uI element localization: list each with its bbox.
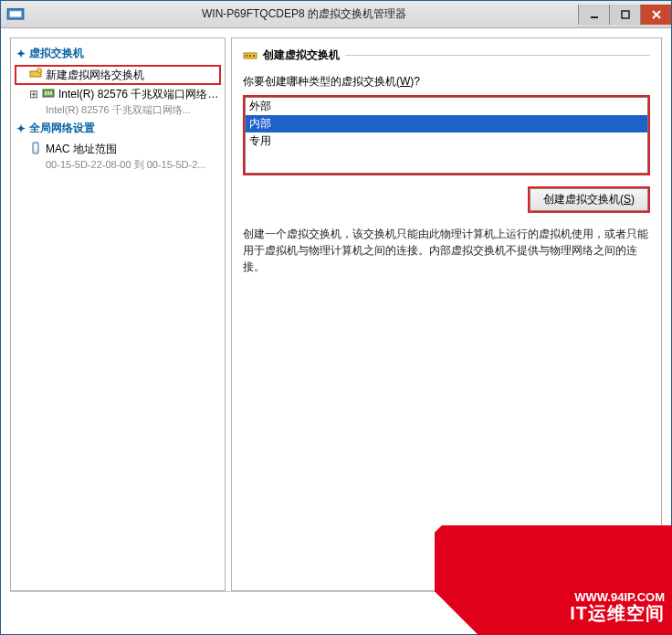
client-area: ✦ 虚拟交换机 新建虚拟网络交换机 ⊞ Intel(R) 82576 千兆双端口…: [1, 28, 671, 591]
tree-nic-subtext: Intel(R) 82576 千兆双端口网络...: [15, 103, 221, 117]
app-icon: [6, 5, 25, 24]
collapse-icon: ✦: [16, 122, 26, 135]
minimize-button[interactable]: [578, 5, 609, 25]
window-title: WIN-P69FTQCDEP8 的虚拟交换机管理器: [30, 6, 578, 22]
left-tree-panel: ✦ 虚拟交换机 新建虚拟网络交换机 ⊞ Intel(R) 82576 千兆双端口…: [10, 37, 226, 591]
group-title-text: 创建虚拟交换机: [263, 48, 340, 63]
option-external[interactable]: 外部: [246, 98, 647, 115]
expand-icon[interactable]: ⊞: [29, 87, 38, 101]
option-private[interactable]: 专用: [246, 132, 647, 150]
close-button[interactable]: [640, 5, 671, 25]
svg-rect-15: [246, 55, 247, 57]
tree-new-virtual-switch[interactable]: 新建虚拟网络交换机: [15, 65, 221, 85]
create-action-row: 创建虚拟交换机(S): [243, 186, 650, 213]
ok-button[interactable]: 确定(O): [507, 602, 578, 625]
type-listbox-highlight: 外部 内部 专用: [243, 95, 650, 175]
collapse-icon: ✦: [16, 48, 26, 60]
group-header: 创建虚拟交换机: [243, 48, 650, 63]
titlebar: WIN-P69FTQCDEP8 的虚拟交换机管理器: [1, 1, 671, 28]
tree-mac-subtext: 00-15-5D-22-08-00 到 00-15-5D-2...: [15, 158, 221, 172]
section-label: 虚拟交换机: [29, 46, 84, 61]
svg-rect-13: [35, 144, 37, 150]
window: WIN-P69FTQCDEP8 的虚拟交换机管理器 ✦ 虚拟交换机 新建虚拟网络…: [0, 0, 672, 635]
maximize-button[interactable]: [609, 5, 640, 25]
svg-rect-10: [47, 91, 49, 95]
svg-rect-9: [45, 91, 47, 95]
new-switch-icon: [29, 68, 42, 80]
svg-rect-1: [10, 11, 22, 16]
type-prompt: 你要创建哪种类型的虚拟交换机(W)?: [243, 74, 650, 90]
right-content-panel: 创建虚拟交换机 你要创建哪种类型的虚拟交换机(W)? 外部 内部 专用 创建虚拟…: [231, 37, 662, 591]
divider: [345, 55, 650, 56]
section-global-settings[interactable]: ✦ 全局网络设置: [15, 117, 221, 140]
cancel-button[interactable]: 取消: [587, 602, 658, 625]
tree-nic-item[interactable]: ⊞ Intel(R) 82576 千兆双端口网络连...: [15, 85, 221, 103]
tree-item-label: MAC 地址范围: [46, 142, 117, 156]
section-label: 全局网络设置: [29, 121, 95, 136]
section-virtual-switch[interactable]: ✦ 虚拟交换机: [15, 42, 221, 65]
nic-icon: [42, 87, 55, 100]
create-button-highlight: 创建虚拟交换机(S): [528, 186, 650, 213]
option-internal[interactable]: 内部: [246, 115, 647, 132]
svg-rect-17: [253, 55, 255, 57]
switch-icon: [243, 48, 257, 63]
svg-point-7: [37, 69, 42, 73]
window-controls: [578, 5, 671, 25]
tree-item-label: 新建虚拟网络交换机: [46, 68, 144, 82]
tree-mac-range[interactable]: MAC 地址范围: [15, 140, 221, 158]
type-description: 创建一个虚拟交换机，该交换机只能由此物理计算机上运行的虚拟机使用，或者只能用于虚…: [243, 226, 650, 275]
dialog-button-bar: 确定(O) 取消: [1, 592, 671, 634]
switch-type-listbox[interactable]: 外部 内部 专用: [245, 97, 648, 174]
create-virtual-switch-button[interactable]: 创建虚拟交换机(S): [530, 188, 648, 211]
svg-rect-11: [50, 91, 52, 95]
mac-icon: [29, 142, 42, 154]
svg-rect-16: [249, 55, 251, 57]
tree-item-label: Intel(R) 82576 千兆双端口网络连...: [58, 87, 219, 101]
svg-rect-3: [622, 11, 629, 18]
